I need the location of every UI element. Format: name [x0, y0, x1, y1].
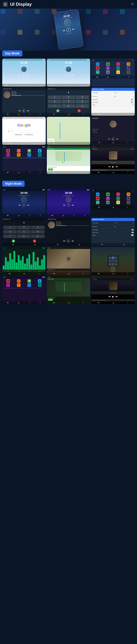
- app-icon[interactable]: 📱: [106, 62, 110, 66]
- nav-arrow-right[interactable]: →: [115, 260, 118, 262]
- night-app-icon[interactable]: ♪: [116, 192, 120, 196]
- night-call-btn[interactable]: ☎: [12, 240, 15, 242]
- go-button[interactable]: GO: [48, 168, 53, 170]
- prev-btn[interactable]: ⏮: [108, 165, 110, 168]
- night-app-netflix[interactable]: N: [17, 283, 20, 287]
- night-app-icon[interactable]: ⚙: [127, 192, 130, 196]
- night-go-btn[interactable]: GO: [48, 299, 53, 301]
- app-podcast[interactable]: 🎙: [6, 153, 10, 157]
- night-auto-connect-toggle[interactable]: [131, 232, 134, 233]
- track-2[interactable]: 华韦_3131...: [93, 130, 133, 132]
- nav-arrow-dr[interactable]: ↘: [115, 263, 118, 266]
- night-play-1[interactable]: ⏸: [22, 204, 26, 207]
- next-btn[interactable]: ⏭: [116, 165, 118, 168]
- night-app-settings[interactable]: ⚙: [28, 283, 31, 287]
- app-icon[interactable]: ☎: [96, 66, 100, 70]
- night-prev-btn[interactable]: ⏮: [108, 295, 110, 298]
- night-key-3[interactable]: 3DEF: [31, 226, 44, 229]
- night-app-pod[interactable]: 🎙: [6, 283, 10, 287]
- night-app-music[interactable]: ♪: [17, 279, 20, 283]
- nav-arrow-dl[interactable]: ↙: [108, 263, 111, 266]
- night-flower-toggle[interactable]: [131, 234, 134, 236]
- night-key-4[interactable]: 4: [3, 230, 17, 234]
- app-icon[interactable]: ⚙: [127, 62, 130, 66]
- night-app-icon[interactable]: ☁: [106, 200, 110, 204]
- night-app-maps[interactable]: 🗺: [38, 283, 42, 287]
- key-1[interactable]: 1: [48, 96, 61, 99]
- call-button[interactable]: ☎: [56, 109, 60, 112]
- app-icon[interactable]: ✈: [96, 62, 100, 66]
- key-4[interactable]: 4GHI: [48, 100, 61, 103]
- night-play-btn[interactable]: ▶: [112, 295, 114, 298]
- track-3[interactable]: 华韦_30138...: [93, 132, 133, 133]
- key-8[interactable]: 8: [62, 104, 75, 108]
- night-bt-play[interactable]: ▶: [67, 239, 70, 242]
- nav-arrow-ur[interactable]: ↗: [115, 256, 118, 259]
- night-key-0[interactable]: 0: [31, 234, 44, 238]
- app-whatsapp[interactable]: 💬: [28, 149, 31, 152]
- app-icon[interactable]: ☁: [106, 70, 110, 74]
- night-key-5[interactable]: 5: [17, 230, 30, 234]
- app-netflix[interactable]: N: [17, 153, 20, 157]
- app-icon[interactable]: 🗺: [127, 66, 130, 70]
- track-1[interactable]: 华韦_9156.mp3: [93, 129, 133, 130]
- app-icon[interactable]: 🔊: [106, 66, 110, 70]
- night-app-icon[interactable]: 🔊: [106, 196, 110, 200]
- night-auto-answer-toggle[interactable]: [131, 229, 134, 230]
- hero-play-button[interactable]: ⏸: [66, 28, 71, 32]
- night-play-2[interactable]: ⏸: [67, 204, 70, 207]
- nav-arrow-left[interactable]: ←: [108, 260, 111, 262]
- day-play-1[interactable]: ▶: [22, 73, 26, 76]
- day-play-2[interactable]: ⏸: [67, 73, 70, 76]
- night-end-btn[interactable]: ✕: [33, 240, 36, 242]
- end-call-button[interactable]: ✕: [78, 109, 81, 112]
- flower-toggle[interactable]: [131, 104, 134, 106]
- night-app-icon[interactable]: ★: [116, 200, 120, 204]
- app-icon[interactable]: ★: [116, 70, 120, 74]
- app-icon[interactable]: 📻: [96, 70, 100, 74]
- eq-band-4[interactable]: BASS: [35, 270, 45, 272]
- eq-band-2[interactable]: MID: [14, 270, 24, 272]
- night-key-8[interactable]: 8: [17, 234, 30, 238]
- night-app-whatsapp[interactable]: 💬: [28, 279, 31, 283]
- night-key-6[interactable]: 6: [31, 230, 44, 234]
- bt-play[interactable]: ▶: [22, 109, 26, 112]
- night-key-7[interactable]: 7: [3, 234, 17, 238]
- night-app-icon[interactable]: ⚙: [127, 200, 130, 204]
- night-app-icon[interactable]: 📱: [106, 192, 110, 196]
- auto-answer-toggle[interactable]: [131, 99, 134, 100]
- app-phone[interactable]: ☎: [6, 149, 10, 152]
- nav-arrow-down[interactable]: ↓: [112, 263, 114, 266]
- key-7[interactable]: 7: [48, 104, 61, 108]
- night-app-yt[interactable]: ▶: [38, 279, 42, 283]
- night-app-icon[interactable]: 📺: [116, 196, 120, 200]
- play-btn[interactable]: ▶: [112, 165, 114, 168]
- night-app-icon[interactable]: 🗺: [127, 196, 130, 200]
- app-icon[interactable]: 📺: [116, 66, 120, 70]
- app-icon[interactable]: ♪: [116, 62, 120, 66]
- google-search-btn[interactable]: Google Search: [14, 134, 23, 136]
- app-settings[interactable]: ⚙: [28, 153, 31, 157]
- eq-band-3[interactable]: HIGH: [24, 270, 34, 272]
- nav-arrow-ul[interactable]: ↖: [108, 256, 111, 259]
- key-2[interactable]: 2ABC: [62, 96, 75, 99]
- app-icon[interactable]: ⚙: [127, 70, 130, 74]
- night-next-btn[interactable]: ⏭: [116, 295, 118, 298]
- auto-connect-toggle[interactable]: [131, 102, 134, 103]
- nav-icon[interactable]: [131, 3, 134, 5]
- app-music[interactable]: ♪: [17, 149, 20, 152]
- nav-arrow-up[interactable]: ↑: [112, 256, 114, 259]
- night-app-icon[interactable]: 📻: [96, 200, 100, 204]
- google-search-bar[interactable]: 🔍 Search...: [6, 130, 42, 132]
- night-key-1[interactable]: 1: [3, 226, 17, 229]
- app-maps[interactable]: 🗺: [38, 153, 42, 157]
- night-key-2[interactable]: 2ABC: [17, 226, 30, 229]
- key-0[interactable]: 0: [76, 104, 89, 108]
- night-app-phone[interactable]: ☎: [6, 279, 10, 283]
- lucky-btn[interactable]: I'm Feeling Lucky: [24, 134, 34, 136]
- night-app-icon[interactable]: ☎: [96, 196, 100, 200]
- key-5[interactable]: 5JKL: [62, 100, 75, 103]
- key-6[interactable]: 6MNO: [76, 100, 89, 103]
- eq-band-1[interactable]: LOW: [3, 270, 13, 272]
- night-app-icon[interactable]: ✈: [96, 192, 100, 196]
